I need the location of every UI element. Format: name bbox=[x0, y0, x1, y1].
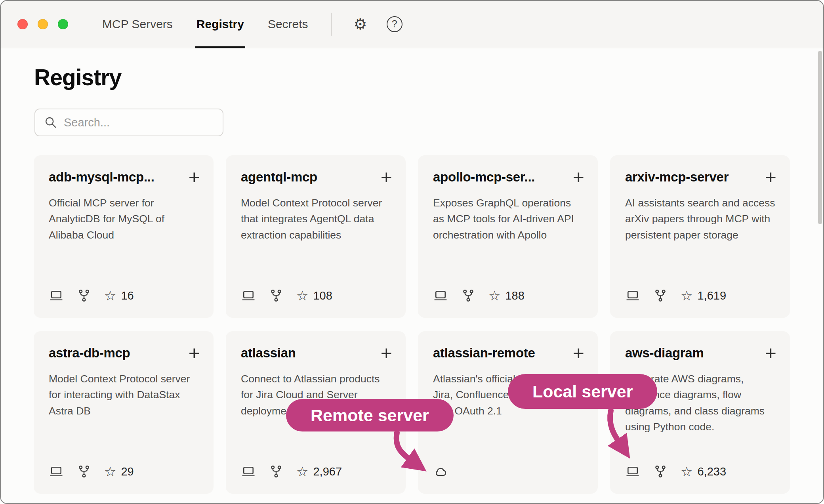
add-server-button[interactable]: + bbox=[762, 346, 776, 360]
toolbar-divider bbox=[331, 13, 332, 36]
git-fork-icon bbox=[76, 464, 92, 479]
star-group: ☆ 6,233 bbox=[681, 465, 726, 478]
laptop-icon bbox=[625, 288, 640, 303]
star-icon: ☆ bbox=[681, 465, 692, 478]
minimize-button[interactable] bbox=[38, 19, 48, 29]
git-fork-icon bbox=[653, 464, 668, 479]
add-server-button[interactable]: + bbox=[378, 346, 392, 360]
git-fork-icon bbox=[269, 464, 284, 479]
server-description: Exposes GraphQL operations as MCP tools … bbox=[433, 195, 584, 243]
server-name: adb-mysql-mcp... bbox=[49, 170, 154, 185]
server-name: astra-db-mcp bbox=[49, 346, 130, 361]
server-name: apollo-mcp-ser... bbox=[433, 170, 535, 185]
server-description: AI assistants search and access arXiv pa… bbox=[625, 195, 776, 243]
help-button[interactable]: ? bbox=[383, 13, 406, 35]
local-server-callout: Local server bbox=[508, 374, 657, 409]
git-fork-icon bbox=[653, 288, 668, 303]
laptop-icon bbox=[241, 288, 256, 303]
laptop-icon bbox=[49, 288, 64, 303]
star-count: 188 bbox=[505, 289, 524, 302]
star-icon: ☆ bbox=[488, 289, 500, 302]
scrollbar-thumb[interactable] bbox=[818, 51, 822, 224]
star-icon: ☆ bbox=[296, 465, 308, 478]
server-card-footer: ☆ 6,233 bbox=[625, 464, 776, 479]
toolbar-icons: ⚙ ? bbox=[349, 13, 406, 35]
search-input[interactable] bbox=[64, 116, 214, 129]
cloud-icon bbox=[433, 464, 448, 479]
tab-registry[interactable]: Registry bbox=[196, 0, 244, 48]
server-description: Official MCP server for AnalyticDB for M… bbox=[49, 195, 200, 243]
add-server-button[interactable]: + bbox=[185, 346, 200, 360]
laptop-icon bbox=[433, 288, 448, 303]
server-description: Model Context Protocol server that integ… bbox=[241, 195, 392, 243]
star-group: ☆ 2,967 bbox=[296, 465, 342, 478]
settings-button[interactable]: ⚙ bbox=[349, 13, 372, 35]
toolbar: MCP Servers Registry Secrets ⚙ ? bbox=[0, 0, 824, 48]
server-card-aws-diagram[interactable]: aws-diagram + Generate AWS diagrams, seq… bbox=[610, 331, 790, 494]
traffic-lights bbox=[17, 19, 68, 29]
git-fork-icon bbox=[269, 288, 284, 303]
close-button[interactable] bbox=[17, 19, 28, 29]
gear-icon: ⚙ bbox=[354, 17, 367, 32]
add-server-button[interactable]: + bbox=[378, 170, 392, 184]
git-fork-icon bbox=[461, 288, 476, 303]
star-group: ☆ 1,619 bbox=[681, 289, 726, 302]
tab-mcp-servers[interactable]: MCP Servers bbox=[102, 0, 173, 48]
server-name: aws-diagram bbox=[625, 346, 704, 361]
star-group: ☆ 188 bbox=[488, 289, 525, 302]
star-group: ☆ 29 bbox=[104, 465, 134, 478]
page-title: Registry bbox=[0, 48, 824, 90]
star-group: ☆ 16 bbox=[104, 289, 134, 302]
laptop-icon bbox=[49, 464, 64, 479]
search-box bbox=[34, 109, 223, 136]
server-card-astra-db-mcp[interactable]: astra-db-mcp + Model Context Protocol se… bbox=[34, 331, 214, 494]
server-card-agentql-mcp[interactable]: agentql-mcp + Model Context Protocol ser… bbox=[226, 155, 406, 318]
star-count: 108 bbox=[313, 289, 332, 302]
server-card-footer: ☆ 16 bbox=[49, 288, 200, 303]
server-description: Model Context Protocol server for intera… bbox=[49, 371, 200, 419]
server-card-arxiv-mcp-server[interactable]: arxiv-mcp-server + AI assistants search … bbox=[610, 155, 790, 318]
remote-server-callout: Remote server bbox=[286, 399, 454, 431]
star-count: 1,619 bbox=[697, 289, 726, 302]
search-icon bbox=[44, 116, 57, 129]
star-count: 6,233 bbox=[697, 465, 726, 478]
server-name: atlassian bbox=[241, 346, 296, 361]
server-card-adb-mysql-mcp[interactable]: adb-mysql-mcp... + Official MCP server f… bbox=[34, 155, 214, 318]
server-card-footer: ☆ 1,619 bbox=[625, 288, 776, 303]
star-icon: ☆ bbox=[104, 289, 116, 302]
add-server-button[interactable]: + bbox=[185, 170, 200, 184]
add-server-button[interactable]: + bbox=[570, 346, 584, 360]
registry-page: Registry adb-mysql-mcp... + Official MCP… bbox=[0, 48, 824, 504]
server-card-footer bbox=[433, 464, 584, 479]
star-icon: ☆ bbox=[296, 289, 308, 302]
server-card-footer: ☆ 188 bbox=[433, 288, 584, 303]
help-icon: ? bbox=[387, 16, 402, 32]
server-grid: adb-mysql-mcp... + Official MCP server f… bbox=[34, 155, 790, 494]
add-server-button[interactable]: + bbox=[570, 170, 584, 184]
star-count: 2,967 bbox=[313, 465, 342, 478]
star-count: 16 bbox=[121, 289, 134, 302]
server-card-footer: ☆ 2,967 bbox=[241, 464, 392, 479]
server-card-apollo-mcp-server[interactable]: apollo-mcp-ser... + Exposes GraphQL oper… bbox=[418, 155, 598, 318]
laptop-icon bbox=[241, 464, 256, 479]
server-card-footer: ☆ 29 bbox=[49, 464, 200, 479]
star-group: ☆ 108 bbox=[296, 289, 332, 302]
laptop-icon bbox=[625, 464, 640, 479]
nav-tabs: MCP Servers Registry Secrets bbox=[102, 0, 308, 48]
add-server-button[interactable]: + bbox=[762, 170, 776, 184]
git-fork-icon bbox=[76, 288, 92, 303]
star-icon: ☆ bbox=[104, 465, 116, 478]
server-card-footer: ☆ 108 bbox=[241, 288, 392, 303]
server-name: atlassian-remote bbox=[433, 346, 535, 361]
server-name: agentql-mcp bbox=[241, 170, 317, 185]
tab-secrets[interactable]: Secrets bbox=[268, 0, 308, 48]
zoom-button[interactable] bbox=[58, 19, 68, 29]
app-window: MCP Servers Registry Secrets ⚙ ? Registr… bbox=[0, 0, 824, 504]
star-icon: ☆ bbox=[681, 289, 692, 302]
server-name: arxiv-mcp-server bbox=[625, 170, 729, 185]
star-count: 29 bbox=[121, 465, 134, 478]
